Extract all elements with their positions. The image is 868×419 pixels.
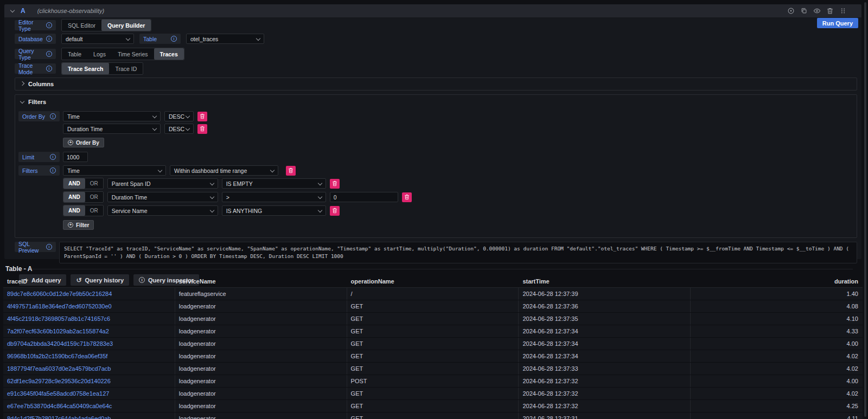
- info-icon[interactable]: i: [50, 167, 56, 173]
- info-icon[interactable]: i: [171, 36, 177, 42]
- info-icon[interactable]: i: [50, 113, 56, 119]
- info-icon[interactable]: i: [46, 51, 52, 57]
- delete-order-by-button[interactable]: [197, 112, 207, 121]
- query-type-option-time-series[interactable]: Time Series: [112, 48, 154, 60]
- info-icon[interactable]: i: [46, 66, 52, 72]
- start-time-cell: 2024-06-28 12:37:34: [519, 350, 691, 362]
- filters-section-toggle[interactable]: Filters: [21, 99, 852, 105]
- info-icon[interactable]: i: [46, 22, 52, 28]
- condition-field-select[interactable]: Service Name: [107, 205, 218, 216]
- panel-title[interactable]: Table - A: [3, 263, 863, 275]
- chevron-down-icon: [317, 208, 322, 212]
- collapse-chevron-down-icon[interactable]: [10, 8, 15, 12]
- column-header-servicename[interactable]: serviceName: [175, 278, 347, 285]
- table-select[interactable]: otel_traces: [186, 34, 264, 44]
- query-type-label-text: Query Type: [18, 48, 46, 61]
- scrollbar-thumb[interactable]: [864, 2, 866, 417]
- column-header-operationname[interactable]: operationName: [347, 278, 519, 285]
- run-query-button[interactable]: Run Query: [817, 18, 858, 28]
- trace-id-link[interactable]: 62df1ec9a29728c9e29536c20d140226: [3, 375, 175, 387]
- info-icon[interactable]: i: [50, 154, 56, 160]
- trace-id-link[interactable]: 89dc7e8c6060c0d12de7e9b50c216284: [3, 288, 175, 300]
- info-icon[interactable]: i: [46, 244, 52, 250]
- order-by-field-select[interactable]: Duration Time: [63, 124, 161, 134]
- editor-type-option-sql-editor[interactable]: SQL Editor: [62, 20, 101, 31]
- filter-operator-select[interactable]: Within dashboard time range: [170, 165, 278, 176]
- condition-operator-select[interactable]: IS ANYTHING: [222, 205, 326, 216]
- table-row: e67ee7b53870d4c864ca50409ca0e64cloadgene…: [3, 400, 863, 412]
- condition-field-select[interactable]: Parent Span ID: [107, 178, 218, 189]
- trace-id-link[interactable]: e67ee7b53870d4c864ca50409ca0e64c: [3, 400, 175, 412]
- trace-id-link[interactable]: 7a2f07ecf63c60b1029ab2ac155874a2: [3, 325, 175, 337]
- add-filter-button[interactable]: + Filter: [63, 220, 94, 230]
- duration-cell: 4.00: [691, 338, 863, 350]
- add-order-by-button[interactable]: + Order By: [63, 138, 104, 147]
- eye-icon[interactable]: [813, 7, 821, 15]
- trace-id-link[interactable]: 4f45c21918c73698057a8b1c741657c6: [3, 313, 175, 325]
- trace-mode-option-trace-id[interactable]: Trace ID: [109, 63, 143, 74]
- trace-id-link[interactable]: e91c3645f04fa5e58adcd0758e1ea127: [3, 388, 175, 399]
- conjunction-toggle: ANDOR: [63, 205, 104, 216]
- service-name-cell: loadgenerator: [175, 338, 347, 350]
- and-option[interactable]: AND: [63, 192, 85, 202]
- delete-filter-button[interactable]: [402, 192, 412, 202]
- order-by-direction-select[interactable]: DESC: [164, 111, 194, 121]
- trace-mode-label: Trace Mode i: [15, 63, 56, 74]
- trace-id-link[interactable]: 1887794f7eaa6037d0e2a4579bcd7acb: [3, 363, 175, 375]
- condition-operator-select[interactable]: IS EMPTY: [222, 178, 326, 189]
- order-by-direction-select[interactable]: DESC: [164, 124, 194, 134]
- and-option[interactable]: AND: [63, 178, 85, 189]
- filter-condition-row: ANDORDuration Time>: [63, 191, 412, 203]
- condition-field-select[interactable]: Duration Time: [107, 192, 218, 202]
- table-row: 62df1ec9a29728c9e29536c20d140226loadgene…: [3, 375, 863, 388]
- trash-icon[interactable]: [826, 7, 834, 15]
- filter-field-select[interactable]: Time: [63, 165, 166, 176]
- delete-filter-button[interactable]: [330, 206, 340, 216]
- page-scrollbar[interactable]: [864, 2, 867, 417]
- trace-id-link[interactable]: 8d4c1d2f57b28017c644ab4ada6ed0ab: [3, 412, 175, 419]
- delete-time-filter-button[interactable]: [286, 166, 296, 176]
- trace-id-link[interactable]: 4f497571a618e364ed7ded60752030e0: [3, 300, 175, 312]
- drag-handle-icon[interactable]: [839, 7, 847, 15]
- query-type-option-logs[interactable]: Logs: [87, 48, 112, 60]
- column-header-duration[interactable]: duration: [691, 278, 863, 285]
- columns-section-toggle[interactable]: Columns: [15, 78, 857, 91]
- delete-order-by-button[interactable]: [197, 124, 207, 134]
- condition-value-input[interactable]: [330, 192, 398, 202]
- delete-filter-button[interactable]: [330, 179, 340, 189]
- query-row-header[interactable]: A (clickhouse-observability): [4, 4, 861, 17]
- start-time-cell: 2024-06-28 12:37:39: [519, 288, 691, 300]
- service-name-cell: loadgenerator: [175, 325, 347, 337]
- trace-mode-option-trace-search[interactable]: Trace Search: [62, 63, 109, 74]
- or-option[interactable]: OR: [85, 205, 103, 216]
- editor-type-option-query-builder[interactable]: Query Builder: [101, 20, 151, 31]
- plus-circle-icon: +: [68, 140, 73, 145]
- limit-input[interactable]: [63, 152, 88, 162]
- query-type-radio-group: Table Logs Time Series Traces: [61, 48, 184, 60]
- order-by-rows-wrap: TimeDESCDuration TimeDESC + Order By: [63, 111, 207, 147]
- info-icon[interactable]: i: [46, 36, 52, 42]
- column-header-starttime[interactable]: startTime: [519, 278, 691, 285]
- table-row: db9704a2bbda34204d159c71b78283e3loadgene…: [3, 338, 863, 350]
- help-circle-icon[interactable]: [787, 7, 795, 15]
- query-type-option-traces[interactable]: Traces: [154, 48, 184, 60]
- or-option[interactable]: OR: [85, 192, 103, 202]
- operation-name-cell: GET: [347, 412, 519, 419]
- or-option[interactable]: OR: [85, 178, 103, 189]
- copy-icon[interactable]: [800, 7, 808, 15]
- order-by-rows: TimeDESCDuration TimeDESC: [63, 111, 207, 134]
- table-row: e91c3645f04fa5e58adcd0758e1ea127loadgene…: [3, 388, 863, 400]
- and-option[interactable]: AND: [63, 205, 85, 216]
- query-type-option-table[interactable]: Table: [62, 48, 87, 60]
- service-name-cell: loadgenerator: [175, 363, 347, 375]
- operation-name-cell: GET: [347, 325, 519, 337]
- condition-operator-select[interactable]: >: [222, 192, 326, 202]
- trace-id-link[interactable]: db9704a2bbda34204d159c71b78283e3: [3, 338, 175, 350]
- database-select[interactable]: default: [61, 34, 134, 44]
- order-by-field-select[interactable]: Time: [63, 111, 161, 121]
- filter-field-value: Time: [67, 167, 80, 174]
- service-name-cell: loadgenerator: [175, 412, 347, 419]
- column-header-traceid[interactable]: traceID: [3, 278, 175, 285]
- time-filter-row: Time Within dashboard time range: [63, 165, 412, 176]
- trace-id-link[interactable]: 96968b10fa2b2c1590bc67dea06ef35f: [3, 350, 175, 362]
